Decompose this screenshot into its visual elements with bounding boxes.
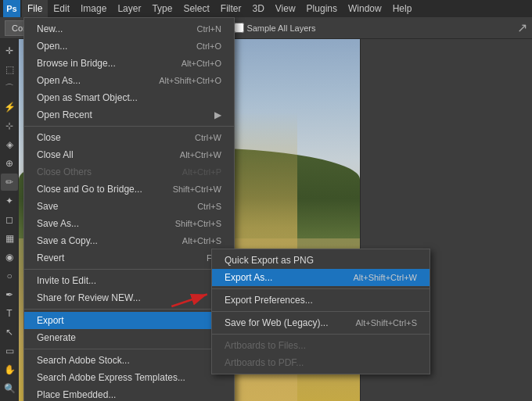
menu-item-save-copy-label: Save a Copy... (37, 235, 98, 246)
menu-item-browse-label: Browse in Bridge... (37, 58, 116, 69)
submenu-item-artboards-pdf: Artboards to PDF... (212, 354, 430, 371)
tool-gradient[interactable]: ▦ (1, 230, 18, 247)
submenu-item-save-web-label: Save for Web (Legacy)... (225, 317, 329, 328)
menu-item-open-shortcut: Ctrl+O (196, 41, 221, 51)
menu-item-new[interactable]: New... Ctrl+N (24, 20, 234, 38)
submenu-item-save-web[interactable]: Save for Web (Legacy)... Alt+Shift+Ctrl+… (212, 314, 430, 331)
menu-item-new-label: New... (37, 23, 63, 34)
tool-clone-stamp[interactable]: ✦ (1, 192, 18, 209)
menu-item-save-label: Save (37, 201, 58, 212)
red-arrow-indicator (168, 288, 215, 311)
tool-shape[interactable]: ▭ (1, 342, 18, 360)
menu-item-open[interactable]: Open... Ctrl+O (24, 38, 234, 55)
tool-spot-heal[interactable]: ⊕ (1, 155, 18, 172)
menu-help[interactable]: Help (387, 0, 418, 17)
tool-move[interactable]: ✛ (1, 42, 18, 59)
tool-path-select[interactable]: ↖ (1, 324, 18, 341)
tool-hand[interactable]: ✋ (1, 361, 18, 378)
submenu-divider-3 (212, 334, 430, 335)
submenu-divider-1 (212, 288, 430, 289)
tool-lasso[interactable]: ⌒ (1, 80, 18, 97)
menu-item-open-recent-label: Open Recent (37, 109, 92, 120)
menu-view[interactable]: View (270, 0, 301, 17)
menu-item-place-embedded[interactable]: Place Embedded... (24, 386, 234, 401)
menu-item-smart-object-label: Open as Smart Object... (37, 92, 138, 103)
sample-all-layers-input[interactable] (234, 23, 244, 33)
menu-item-search-stock[interactable]: Search Adobe Stock... (24, 352, 234, 369)
menu-item-close-others-label: Close Others (37, 166, 92, 177)
divider-4 (24, 349, 234, 349)
menu-item-close-bridge-shortcut: Shift+Ctrl+W (173, 184, 221, 194)
menu-item-open-as[interactable]: Open As... Alt+Shift+Ctrl+O (24, 72, 234, 89)
menu-item-save[interactable]: Save Ctrl+S (24, 198, 234, 215)
menu-item-new-shortcut: Ctrl+N (197, 24, 221, 34)
submenu-item-export-prefs-label: Export Preferences... (225, 295, 313, 306)
menu-item-search-express-label: Search Adobe Express Templates... (37, 372, 185, 383)
menu-item-save-as-shortcut: Shift+Ctrl+S (175, 219, 221, 228)
menu-item-invite-label: Invite to Edit... (37, 275, 96, 286)
menu-item-generate-label: Generate (37, 332, 76, 343)
menu-item-open-label: Open... (37, 41, 67, 52)
tool-eyedropper[interactable]: ◈ (1, 136, 18, 153)
submenu-item-export-as-label: Export As... (225, 272, 272, 283)
menu-item-smart-object[interactable]: Open as Smart Object... (24, 89, 234, 106)
menu-layer[interactable]: Layer (112, 0, 146, 17)
tool-type[interactable]: T (1, 305, 18, 322)
menu-item-close-others-shortcut: Alt+Ctrl+P (182, 167, 221, 177)
menu-item-browse-shortcut: Alt+Ctrl+O (182, 59, 221, 68)
menu-item-revert-label: Revert (37, 252, 64, 263)
submenu-item-quick-export-label: Quick Export as PNG (225, 255, 314, 266)
menu-select[interactable]: Select (178, 0, 214, 17)
menu-item-close-bridge[interactable]: Close and Go to Bridge... Shift+Ctrl+W (24, 181, 234, 198)
menu-plugins[interactable]: Plugins (301, 0, 343, 17)
tool-dodge[interactable]: ○ (1, 267, 18, 285)
tool-crop[interactable]: ⊹ (1, 117, 18, 134)
menu-item-save-copy-shortcut: Alt+Ctrl+S (182, 236, 221, 245)
menu-item-open-recent[interactable]: Open Recent ▶ (24, 106, 234, 124)
tool-magic-wand[interactable]: ⚡ (1, 98, 18, 116)
menu-type[interactable]: Type (146, 0, 178, 17)
menu-image[interactable]: Image (75, 0, 112, 17)
menu-item-close-all-shortcut: Alt+Ctrl+W (180, 150, 221, 159)
sample-all-layers-checkbox[interactable]: Sample All Layers (234, 23, 315, 33)
menu-item-save-as[interactable]: Save As... Shift+Ctrl+S (24, 215, 234, 232)
left-toolbar: ✛ ⬚ ⌒ ⚡ ⊹ ◈ ⊕ ✏ ✦ ◻ ▦ ◉ ○ ✒ T ↖ ▭ ✋ 🔍 (0, 39, 19, 401)
submenu-divider-2 (212, 311, 430, 312)
menu-item-close-shortcut: Ctrl+W (195, 133, 221, 142)
menu-item-save-copy[interactable]: Save a Copy... Alt+Ctrl+S (24, 232, 234, 249)
submenu-item-artboards-files-label: Artboards to Files... (225, 340, 306, 351)
menu-item-browse[interactable]: Browse in Bridge... Alt+Ctrl+O (24, 55, 234, 72)
tool-brush[interactable]: ✏ (1, 174, 18, 191)
menu-item-export-label: Export (37, 315, 64, 326)
menu-item-generate[interactable]: Generate ▶ (24, 329, 234, 346)
menu-3d[interactable]: 3D (246, 0, 269, 17)
sample-all-layers-label: Sample All Layers (246, 23, 315, 33)
menu-item-search-stock-label: Search Adobe Stock... (37, 355, 130, 366)
tool-marquee[interactable]: ⬚ (1, 61, 18, 78)
divider-2 (24, 269, 234, 270)
menu-item-export[interactable]: Export ▶ (24, 312, 234, 329)
menu-item-close-all[interactable]: Close All Alt+Ctrl+W (24, 146, 234, 163)
submenu-item-export-prefs[interactable]: Export Preferences... (212, 292, 430, 309)
submenu-arrow-open-recent: ▶ (214, 109, 221, 120)
submenu-item-save-web-shortcut: Alt+Shift+Ctrl+S (355, 318, 417, 328)
tool-pen[interactable]: ✒ (1, 286, 18, 303)
tool-blur[interactable]: ◉ (1, 249, 18, 266)
menu-item-share-review-label: Share for Review NEW... (37, 292, 141, 303)
tool-zoom[interactable]: 🔍 (1, 380, 18, 397)
menu-item-save-as-label: Save As... (37, 218, 79, 229)
menu-filter[interactable]: Filter (215, 0, 247, 17)
menu-item-open-as-label: Open As... (37, 75, 81, 86)
submenu-item-quick-export[interactable]: Quick Export as PNG (212, 252, 430, 269)
menu-item-invite[interactable]: Invite to Edit... (24, 272, 234, 289)
file-dropdown-menu: New... Ctrl+N Open... Ctrl+O Browse in B… (23, 17, 235, 401)
menu-item-revert[interactable]: Revert F12 (24, 249, 234, 267)
menu-window[interactable]: Window (343, 0, 387, 17)
submenu-item-export-as[interactable]: Export As... Alt+Shift+Ctrl+W (212, 269, 430, 286)
menu-item-search-express[interactable]: Search Adobe Express Templates... (24, 369, 234, 386)
tool-eraser[interactable]: ◻ (1, 211, 18, 228)
menu-edit[interactable]: Edit (48, 0, 75, 17)
menu-item-close[interactable]: Close Ctrl+W (24, 129, 234, 146)
toolbar-icon-right: ↗ (517, 20, 527, 35)
menu-file[interactable]: File (22, 0, 48, 17)
